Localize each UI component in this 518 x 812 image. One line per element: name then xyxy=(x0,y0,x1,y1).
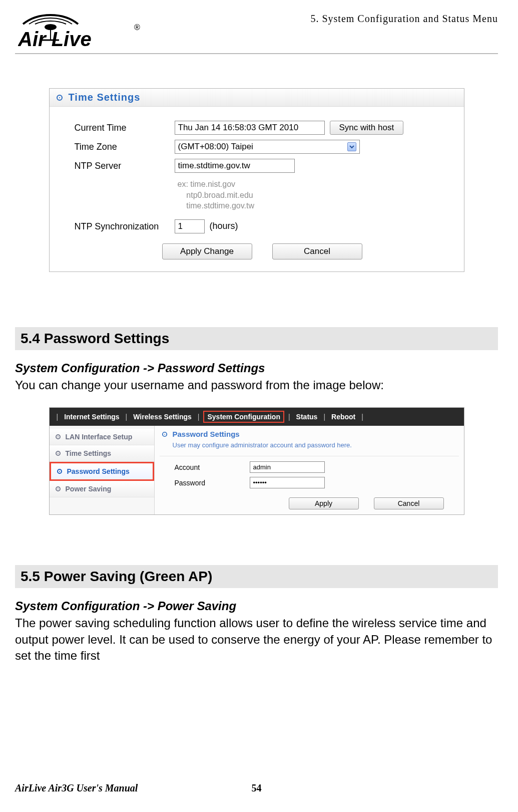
chapter-header: 5. System Configuration and Status Menu xyxy=(310,13,498,25)
sidebar-item-lan-interface-setup[interactable]: LAN Interface Setup xyxy=(50,429,154,445)
sidebar-item-label: LAN Interface Setup xyxy=(66,433,133,441)
bullet-icon xyxy=(55,433,62,440)
password-input[interactable] xyxy=(250,477,325,488)
tab-reboot[interactable]: Reboot xyxy=(329,412,357,422)
sidebar-item-label: Time Settings xyxy=(66,449,112,457)
sidebar: LAN Interface Setup Time Settings Passwo… xyxy=(50,426,155,514)
ntp-examples-hint: ex: time.nist.gov ntp0.broad.mit.edu tim… xyxy=(175,178,450,214)
pw-panel-title-bar: Password Settings xyxy=(160,428,459,440)
label-ntp-sync: NTP Synchronization xyxy=(75,219,175,232)
bullet-icon xyxy=(56,468,63,475)
time-settings-title: Time Settings xyxy=(69,92,141,103)
pw-panel-title: Password Settings xyxy=(173,430,240,438)
bullet-icon xyxy=(161,431,168,438)
time-settings-panel: Time Settings Current Time Sync with hos… xyxy=(49,88,464,272)
chevron-down-icon xyxy=(347,142,356,151)
pw-panel-desc: User may configure administrator account… xyxy=(160,440,459,456)
bullet-icon xyxy=(56,94,64,102)
cancel-button[interactable]: Cancel xyxy=(272,243,362,259)
footer-book-title: AirLive Air3G User's Manual xyxy=(15,782,138,794)
svg-text:Air Live: Air Live xyxy=(18,28,92,50)
label-password: Password xyxy=(160,479,250,487)
section-54-desc: You can change your username and passwor… xyxy=(15,377,498,393)
sidebar-item-label: Power Saving xyxy=(66,485,112,493)
sidebar-item-time-settings[interactable]: Time Settings xyxy=(50,445,154,462)
section-55-breadcrumb: System Configuration -> Power Saving xyxy=(15,599,498,613)
label-time-zone: Time Zone xyxy=(75,140,175,152)
time-zone-select[interactable]: (GMT+08:00) Taipei xyxy=(175,140,360,154)
time-zone-value: (GMT+08:00) Taipei xyxy=(178,142,253,152)
tab-status[interactable]: Status xyxy=(294,412,320,422)
section-54-title: 5.4 Password Settings xyxy=(15,327,498,350)
sidebar-item-power-saving[interactable]: Power Saving xyxy=(50,481,154,497)
bullet-icon xyxy=(55,485,62,492)
tab-internet-settings[interactable]: Internet Settings xyxy=(62,412,121,422)
password-settings-panel: | Internet Settings | Wireless Settings … xyxy=(49,407,464,515)
label-account: Account xyxy=(160,463,250,471)
label-current-time: Current Time xyxy=(75,121,175,133)
brand-logo: Air Live ® xyxy=(18,7,148,51)
tab-system-configuration[interactable]: System Configuration xyxy=(203,411,284,423)
ntp-server-input[interactable] xyxy=(175,159,295,173)
cancel-button[interactable]: Cancel xyxy=(374,497,444,509)
section-54-breadcrumb: System Configuration -> Password Setting… xyxy=(15,361,498,375)
tab-wireless-settings[interactable]: Wireless Settings xyxy=(131,412,194,422)
apply-change-button[interactable]: Apply Change xyxy=(162,243,252,259)
sidebar-item-label: Password Settings xyxy=(67,467,130,475)
ntp-sync-input[interactable] xyxy=(175,219,205,233)
apply-button[interactable]: Apply xyxy=(289,497,359,509)
sidebar-item-password-settings[interactable]: Password Settings xyxy=(50,462,154,481)
section-55-desc: The power saving scheduling function all… xyxy=(15,615,498,664)
current-time-input[interactable] xyxy=(175,121,325,135)
bullet-icon xyxy=(55,450,62,457)
label-ntp-server: NTP Server xyxy=(75,159,175,171)
footer-page-number: 54 xyxy=(252,782,262,794)
account-input[interactable] xyxy=(250,461,325,473)
top-tabs: | Internet Settings | Wireless Settings … xyxy=(50,408,464,426)
section-55-title: 5.5 Power Saving (Green AP) xyxy=(15,565,498,588)
svg-text:®: ® xyxy=(134,23,140,32)
ntp-sync-units: (hours) xyxy=(210,221,238,231)
sync-with-host-button[interactable]: Sync with host xyxy=(330,121,404,135)
header-rule xyxy=(15,53,498,54)
time-settings-title-bar: Time Settings xyxy=(50,89,464,107)
